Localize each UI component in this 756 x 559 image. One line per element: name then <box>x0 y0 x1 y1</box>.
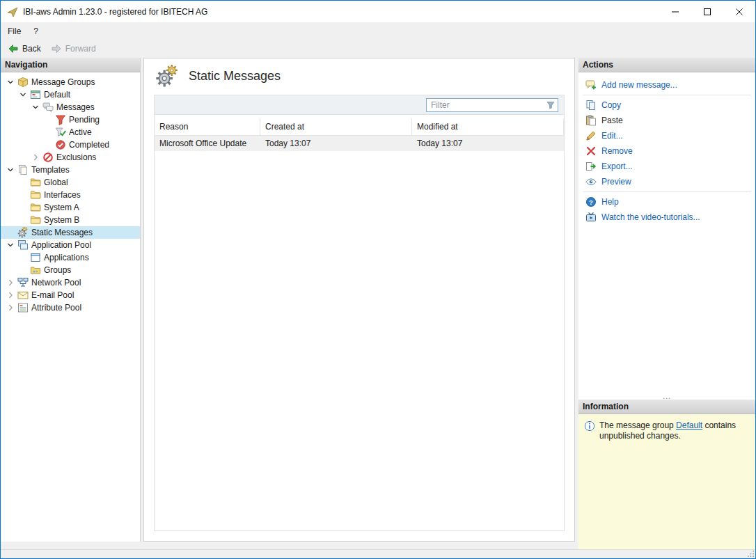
chevron-down-icon[interactable] <box>17 89 29 100</box>
minimize-icon <box>672 8 679 15</box>
help-icon: ? <box>585 196 597 207</box>
content-area: Navigation Message GroupsDefaultMessages… <box>1 58 755 549</box>
chevron-spacer <box>42 114 54 125</box>
tree-item-system-b[interactable]: System B <box>1 214 140 226</box>
forward-button-label: Forward <box>65 44 96 54</box>
folder-icon <box>30 202 41 213</box>
tree-item-e-mail-pool[interactable]: E-mail Pool <box>1 289 140 301</box>
minimize-button[interactable] <box>659 1 691 22</box>
toolbar: Back Forward <box>1 40 755 58</box>
table-cell: Microsoft Office Update <box>155 136 260 151</box>
remove-icon <box>585 145 597 157</box>
back-button-label: Back <box>22 44 41 54</box>
tree-item-default[interactable]: Default <box>1 88 140 101</box>
resize-grip-icon[interactable] <box>747 550 755 558</box>
tree-item-label: Completed <box>69 140 112 150</box>
active-icon <box>55 127 66 138</box>
chevron-down-icon[interactable] <box>5 164 16 175</box>
svg-text:?: ? <box>589 198 593 206</box>
tree-item-completed[interactable]: Completed <box>1 139 140 151</box>
close-button[interactable] <box>723 1 755 22</box>
tree-item-network-pool[interactable]: Network Pool <box>1 276 140 289</box>
action-export[interactable]: Export... <box>578 159 755 174</box>
chevron-down-icon[interactable] <box>5 239 16 251</box>
default-group-link[interactable]: Default <box>676 420 702 430</box>
navigation-tree: Message GroupsDefaultMessagesPendingActi… <box>1 72 140 314</box>
maximize-button[interactable] <box>691 1 723 22</box>
action-paste[interactable]: Paste <box>578 113 755 128</box>
chevron-spacer <box>17 189 29 200</box>
tree-item-label: Global <box>44 178 71 187</box>
chevron-spacer <box>42 127 54 138</box>
column-header-reason[interactable]: Reason <box>155 118 260 135</box>
menu-help[interactable]: ? <box>27 24 45 39</box>
chevron-right-icon[interactable] <box>30 152 41 163</box>
information-header: Information <box>578 400 755 414</box>
folder-icon <box>30 177 41 188</box>
chevron-spacer <box>17 214 29 226</box>
tree-item-attribute-pool[interactable]: Attribute Pool <box>1 301 140 314</box>
table-row[interactable]: Microsoft Office UpdateToday 13:07Today … <box>155 136 564 151</box>
chevron-down-icon[interactable] <box>30 102 41 113</box>
panel-splitter[interactable]: ... <box>578 393 755 399</box>
tree-item-label: Static Messages <box>31 228 95 237</box>
app-window: IBI-aws Admin 1.23.0 - registered for IB… <box>0 0 756 559</box>
folder-icon <box>30 189 41 200</box>
action-help[interactable]: ?Help <box>578 194 755 210</box>
action-copy[interactable]: Copy <box>578 97 755 113</box>
chevron-down-icon[interactable] <box>5 77 16 88</box>
tree-item-label: E-mail Pool <box>31 290 77 300</box>
action-add-new-message[interactable]: Add new message... <box>578 77 755 93</box>
chevron-spacer <box>5 227 16 238</box>
tree-item-interfaces[interactable]: Interfaces <box>1 189 140 201</box>
chevron-right-icon[interactable] <box>5 290 16 301</box>
filter-box <box>426 98 558 112</box>
attribute-pool-icon <box>17 302 29 313</box>
forward-button[interactable]: Forward <box>46 41 101 56</box>
filter-funnel-icon[interactable] <box>546 100 556 110</box>
table-header-row: ReasonCreated atModified at <box>155 118 564 136</box>
tree-item-pending[interactable]: Pending <box>1 113 140 126</box>
information-panel: The message group Default contains unpub… <box>578 414 755 549</box>
tree-item-system-a[interactable]: System A <box>1 201 140 214</box>
navigation-header: Navigation <box>1 58 140 72</box>
back-icon <box>8 43 19 54</box>
table-cell: Today 13:07 <box>260 136 412 151</box>
statusbar <box>1 549 755 558</box>
preview-icon <box>585 176 597 187</box>
tree-item-applications[interactable]: Applications <box>1 251 140 264</box>
actions-separator <box>583 191 751 192</box>
tree-item-label: Interfaces <box>44 190 84 200</box>
back-button[interactable]: Back <box>3 41 46 56</box>
tree-item-message-groups[interactable]: Message Groups <box>1 76 140 88</box>
chevron-right-icon[interactable] <box>5 302 16 313</box>
filter-input[interactable] <box>427 99 546 111</box>
column-header-created-at[interactable]: Created at <box>260 118 412 135</box>
tree-item-active[interactable]: Active <box>1 126 140 139</box>
main-header: Static Messages <box>155 64 281 88</box>
tree-item-exclusions[interactable]: Exclusions <box>1 151 140 164</box>
action-remove[interactable]: Remove <box>578 143 755 159</box>
network-pool-icon <box>17 277 29 288</box>
actions-list: Add new message...CopyPasteEdit...Remove… <box>578 77 755 225</box>
tree-item-static-messages[interactable]: Static Messages <box>1 226 140 239</box>
menu-file[interactable]: File <box>1 24 27 39</box>
action-edit[interactable]: Edit... <box>578 128 755 143</box>
copy-icon <box>585 100 597 111</box>
chevron-right-icon[interactable] <box>5 277 16 288</box>
action-watch-the-video-tutorials[interactable]: Watch the video-tutorials... <box>578 210 755 225</box>
action-preview[interactable]: Preview <box>578 174 755 189</box>
applications-icon <box>30 252 41 263</box>
application-pool-icon <box>17 239 29 251</box>
tree-item-label: Pending <box>69 115 102 125</box>
tree-item-global[interactable]: Global <box>1 176 140 189</box>
tree-item-templates[interactable]: Templates <box>1 164 140 176</box>
column-header-modified-at[interactable]: Modified at <box>412 118 564 135</box>
tree-item-application-pool[interactable]: Application Pool <box>1 239 140 251</box>
templates-icon <box>17 164 29 175</box>
tree-item-groups[interactable]: Groups <box>1 264 140 276</box>
groups-icon <box>30 265 41 276</box>
tree-item-messages[interactable]: Messages <box>1 101 140 113</box>
message-groups-icon <box>17 77 29 88</box>
chevron-spacer <box>42 139 54 150</box>
